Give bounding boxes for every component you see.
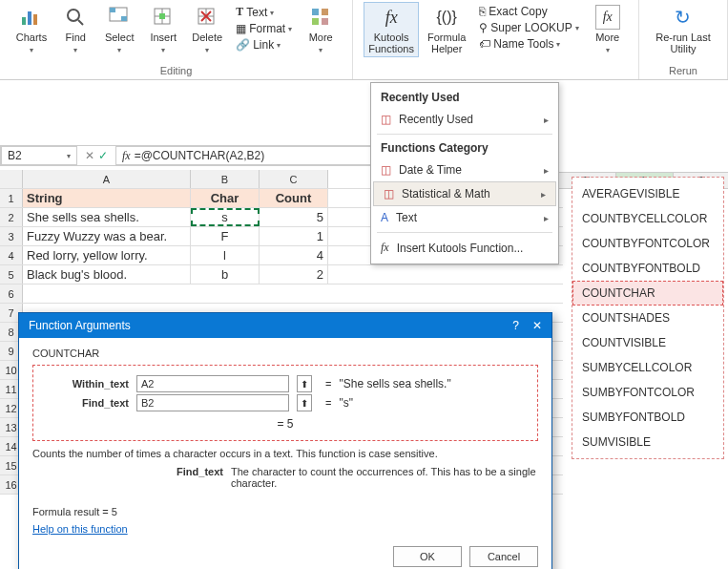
cell[interactable]: Char (191, 189, 260, 207)
exact-copy-button[interactable]: ⎘Exact Copy (476, 4, 581, 19)
svg-rect-19 (312, 18, 319, 25)
submenu-item[interactable]: COUNTBYCELLCOLOR (572, 206, 723, 231)
svg-rect-6 (110, 8, 115, 12)
col-header-b[interactable]: B (191, 170, 260, 188)
svg-rect-0 (22, 17, 26, 25)
select-button[interactable]: Select▾ (99, 2, 139, 57)
recent-icon: ◫ (381, 113, 391, 126)
group-label-rerun: Rerun (669, 64, 697, 77)
cancel-formula-icon[interactable]: ✕ (85, 149, 94, 162)
arg-result: "She sells sea shells." (339, 377, 450, 390)
svg-point-3 (68, 10, 79, 21)
more-button-2[interactable]: fxMore▾ (588, 2, 628, 57)
fx-icon: fx (381, 241, 389, 255)
menu-item-stat-math[interactable]: ◫Statistical & Math▸ (373, 181, 556, 206)
function-name: COUNTCHAR (32, 348, 538, 359)
col-header-c[interactable]: C (260, 170, 328, 188)
cell[interactable]: l (191, 246, 260, 264)
function-description: Counts the number of times a character o… (32, 447, 538, 460)
text-button[interactable]: TText ▾ (233, 4, 295, 20)
confirm-formula-icon[interactable]: ✓ (98, 149, 108, 162)
row-header[interactable]: 5 (0, 265, 23, 284)
link-button[interactable]: 🔗Link ▾ (233, 37, 295, 53)
name-tools-button[interactable]: 🏷Name Tools ▾ (476, 36, 581, 52)
submenu-item[interactable]: AVERAGEVISIBLE (572, 181, 723, 206)
row-header[interactable]: 4 (0, 246, 23, 264)
menu-item-recently-used[interactable]: ◫Recently Used▸ (371, 108, 558, 131)
functions-submenu: AVERAGEVISIBLE COUNTBYCELLCOLOR COUNTBYF… (572, 178, 723, 458)
find-button[interactable]: Find▾ (55, 2, 95, 57)
range-selector-icon[interactable]: ⬆ (297, 375, 312, 392)
lookup-icon: ⚲ (479, 21, 488, 34)
help-icon[interactable]: ? (512, 319, 519, 332)
delete-button[interactable]: Delete▾ (187, 2, 227, 57)
row-header[interactable]: 1 (0, 189, 23, 207)
select-all-corner[interactable] (0, 170, 23, 188)
help-link[interactable]: Help on this function (32, 523, 128, 535)
function-arguments-dialog: Function Arguments ?✕ COUNTCHAR Within_t… (18, 312, 552, 569)
formula-bar: B2▾ ✕ ✓ fx=@COUNTCHAR(A2,B2) (0, 145, 372, 166)
submenu-item[interactable]: COUNTBYFONTBOLD (572, 256, 723, 281)
cell[interactable]: F (191, 227, 260, 245)
fx-icon: fx (122, 149, 131, 163)
cell[interactable]: Count (260, 189, 328, 207)
calc-result: = 5 (277, 417, 293, 431)
cell[interactable]: Fuzzy Wuzzy was a bear. (23, 227, 191, 245)
chevron-right-icon: ▸ (544, 115, 549, 125)
arguments-box: Within_text ⬆ = "She sells sea shells." … (32, 365, 538, 441)
submenu-item[interactable]: COUNTSHADES (572, 306, 723, 330)
row-header[interactable]: 2 (0, 208, 23, 226)
submenu-item[interactable]: COUNTVISIBLE (572, 330, 723, 355)
submenu-item[interactable]: SUMBYFONTCOLOR (572, 380, 723, 405)
fx-icon: fx (379, 5, 404, 30)
kutools-functions-button[interactable]: fxKutools Functions (364, 2, 419, 57)
formula-result: Formula result = 5 (32, 506, 538, 517)
calendar-icon: ◫ (381, 163, 391, 177)
arg-label: Within_text (43, 378, 129, 390)
more-button-1[interactable]: More▾ (301, 2, 341, 57)
fx-box-icon: fx (595, 5, 620, 30)
link-icon: 🔗 (236, 38, 250, 52)
submenu-item[interactable]: COUNTBYFONTCOLOR (572, 231, 723, 256)
charts-button[interactable]: Charts▾ (11, 2, 52, 57)
find-text-input[interactable] (136, 394, 289, 411)
menu-item-date-time[interactable]: ◫Date & Time▸ (371, 158, 558, 181)
submenu-item[interactable]: SUMVISIBLE (572, 430, 723, 454)
cancel-button[interactable]: Cancel (469, 546, 538, 567)
close-icon[interactable]: ✕ (532, 319, 542, 332)
col-header-a[interactable]: A (23, 170, 191, 188)
range-selector-icon[interactable]: ⬆ (297, 394, 312, 411)
row-header[interactable]: 6 (0, 284, 23, 303)
chart-icon (19, 5, 44, 30)
row-header[interactable]: 3 (0, 227, 23, 245)
formula-input[interactable]: fx=@COUNTCHAR(A2,B2) (115, 146, 372, 165)
cell[interactable]: String (23, 189, 191, 207)
cell[interactable]: 5 (260, 208, 328, 226)
rerun-button[interactable]: ↻Re-run Last Utility (651, 2, 715, 57)
ok-button[interactable]: OK (393, 546, 462, 567)
submenu-item[interactable]: SUMBYCELLCOLOR (572, 355, 723, 380)
cell[interactable]: b (191, 265, 260, 284)
submenu-item[interactable]: SUMBYFONTBOLD (572, 405, 723, 430)
cell[interactable]: She sells sea shells. (23, 208, 191, 226)
cell[interactable]: 4 (260, 246, 328, 264)
formula-helper-button[interactable]: {()}Formula Helper (423, 2, 470, 57)
param-label: Find_text (32, 466, 223, 489)
cell[interactable]: Red lorry, yellow lorry. (23, 246, 191, 264)
magnifier-icon (63, 5, 88, 30)
group-label-editing: Editing (160, 64, 193, 77)
cell[interactable]: Black bug's blood. (23, 265, 191, 284)
cell-selected[interactable]: s (191, 208, 260, 226)
insert-button[interactable]: Insert▾ (143, 2, 183, 57)
cell[interactable]: 2 (260, 265, 328, 284)
cell[interactable]: 1 (260, 227, 328, 245)
super-lookup-button[interactable]: ⚲Super LOOKUP ▾ (476, 20, 581, 35)
within-text-input[interactable] (136, 375, 289, 392)
format-button[interactable]: ▦Format ▾ (233, 21, 295, 36)
submenu-item-countchar[interactable]: COUNTCHAR (572, 281, 723, 306)
menu-item-text[interactable]: AText▸ (371, 206, 558, 229)
format-icon: ▦ (236, 22, 246, 35)
menu-item-insert-function[interactable]: fxInsert Kutools Function... (371, 236, 558, 260)
name-box[interactable]: B2▾ (1, 146, 77, 165)
dialog-titlebar[interactable]: Function Arguments ?✕ (19, 313, 551, 338)
